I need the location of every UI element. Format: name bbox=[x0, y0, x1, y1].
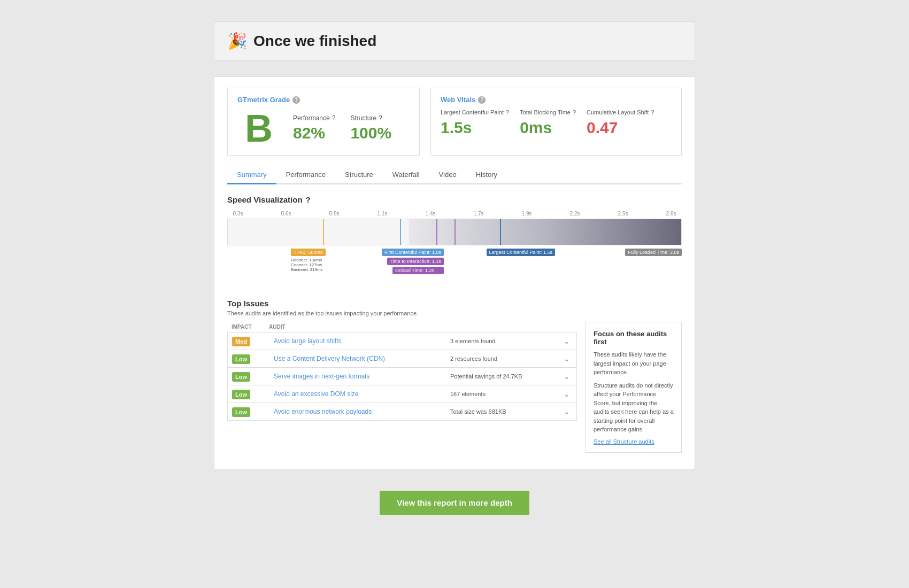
ruler-2.8: 2.8s bbox=[660, 211, 682, 216]
tab-performance[interactable]: Performance bbox=[276, 166, 335, 184]
focus-box-title: Focus on these audits first bbox=[594, 330, 674, 346]
issue-row-1[interactable]: Med Avoid large layout shifts 3 elements… bbox=[227, 332, 577, 350]
ruler-1.4: 1.4s bbox=[420, 211, 441, 216]
ruler-1.1: 1.1s bbox=[372, 211, 393, 216]
tbt-label: Total Blocking Time ? bbox=[520, 109, 576, 115]
lcp-info-icon[interactable]: ? bbox=[506, 109, 509, 115]
tti-line bbox=[436, 219, 437, 245]
celebration-icon: 🎉 bbox=[227, 32, 247, 50]
audit-name-4: Avoid an excessive DOM size bbox=[274, 390, 446, 398]
performance-label: Performance ? bbox=[293, 114, 335, 122]
arrow-1: ⌄ bbox=[561, 337, 572, 345]
ruler-2.2: 2.2s bbox=[564, 211, 586, 216]
structure-value: 100% bbox=[350, 124, 391, 142]
impact-badge-2: Low bbox=[232, 354, 250, 364]
fully-loaded-label: Fully Loaded Time: 2.8s bbox=[625, 249, 682, 256]
cls-vital: Cumulative Layout Shift ? 0.47 bbox=[587, 109, 654, 137]
tbt-value: 0ms bbox=[520, 119, 576, 137]
web-vitals-info-icon[interactable]: ? bbox=[478, 96, 486, 104]
connect-label: Connect: 127ms bbox=[291, 262, 326, 267]
lcp-value: 1.5s bbox=[441, 119, 509, 137]
grade-letter: B bbox=[237, 109, 280, 148]
fcp-label: First Contentful Paint: 1.0s bbox=[382, 249, 444, 256]
performance-value: 82% bbox=[293, 124, 325, 142]
impact-col-2: Low bbox=[232, 355, 269, 363]
see-all-structure-link[interactable]: See all Structure audits bbox=[594, 438, 674, 445]
top-issues-title: Top Issues bbox=[227, 299, 682, 308]
tab-summary[interactable]: Summary bbox=[227, 166, 276, 184]
backend-label: Backend: 319ms bbox=[291, 267, 326, 272]
structure-info-icon[interactable]: ? bbox=[379, 114, 382, 122]
structure-metric: Structure ? 100% bbox=[350, 114, 391, 142]
cls-value: 0.47 bbox=[587, 119, 654, 137]
gtmetrix-grade-box: GTmetrix Grade ? B Performance ? 82% bbox=[227, 88, 420, 156]
gtmetrix-info-icon[interactable]: ? bbox=[292, 96, 300, 104]
gtmetrix-inner: B Performance ? 82% Structure bbox=[237, 109, 410, 148]
issue-row-2[interactable]: Low Use a Content Delivery Network (CDN)… bbox=[227, 350, 577, 367]
tab-history[interactable]: History bbox=[466, 166, 507, 184]
gtmetrix-section-label: GTmetrix Grade ? bbox=[237, 96, 410, 104]
header-banner: 🎉 Once we finished bbox=[214, 21, 695, 60]
col-header-impact: IMPACT bbox=[232, 324, 269, 330]
audit-name-3: Serve images in next-gen formats bbox=[274, 373, 446, 380]
issue-row-5[interactable]: Low Avoid enormous network payloads Tota… bbox=[227, 403, 577, 421]
focus-box-text1: These audits likely have the largest imp… bbox=[594, 350, 674, 377]
lcp-timeline-label-group: Largest Contentful Paint: 1.5s bbox=[487, 249, 556, 256]
tbt-info-icon[interactable]: ? bbox=[573, 109, 576, 115]
impact-col-1: Med bbox=[232, 337, 269, 345]
ruler-1.9: 1.9s bbox=[516, 211, 537, 216]
result-3: Potential savings of 24.7KB bbox=[450, 373, 557, 380]
col-header-audit: AUDIT bbox=[269, 324, 573, 330]
arrow-4: ⌄ bbox=[561, 390, 572, 398]
impact-col-4: Low bbox=[232, 390, 269, 398]
cls-info-icon[interactable]: ? bbox=[651, 109, 654, 115]
performance-info-icon[interactable]: ? bbox=[332, 114, 336, 122]
tbt-vital: Total Blocking Time ? 0ms bbox=[520, 109, 576, 137]
top-issues-section: Top Issues These audits are identified a… bbox=[227, 299, 682, 453]
arrow-3: ⌄ bbox=[561, 372, 572, 381]
fcp-line bbox=[400, 219, 401, 245]
issues-table: IMPACT AUDIT Med Avoid large layout shif… bbox=[227, 322, 577, 453]
main-card: GTmetrix Grade ? B Performance ? 82% bbox=[214, 76, 695, 469]
speed-viz-info-icon[interactable]: ? bbox=[306, 195, 311, 204]
ruler-0.8: 0.8s bbox=[323, 211, 345, 216]
timeline-bar-area bbox=[227, 219, 682, 245]
speed-viz-section: Speed Visualization ? 0.3s 0.6s 0.8s 1.1… bbox=[227, 195, 682, 286]
result-4: 167 elements bbox=[450, 391, 557, 397]
redirect-label: Redirect: 138ms bbox=[291, 258, 326, 262]
tabs-row: Summary Performance Structure Waterfall … bbox=[227, 166, 682, 184]
issue-row-4[interactable]: Low Avoid an excessive DOM size 167 elem… bbox=[227, 385, 577, 403]
impact-badge-1: Med bbox=[232, 337, 250, 346]
timeline-labels: TTFB: 584ms Redirect: 138ms Connect: 127… bbox=[227, 249, 682, 286]
arrow-2: ⌄ bbox=[561, 354, 572, 363]
issues-layout: IMPACT AUDIT Med Avoid large layout shif… bbox=[227, 322, 682, 453]
fully-loaded-label-group: Fully Loaded Time: 2.8s bbox=[625, 249, 682, 256]
cta-section: View this report in more depth bbox=[380, 491, 529, 515]
tab-waterfall[interactable]: Waterfall bbox=[383, 166, 429, 184]
lcp-vital: Largest Contentful Paint ? 1.5s bbox=[441, 109, 509, 137]
arrow-5: ⌄ bbox=[561, 407, 572, 416]
performance-metric: Performance ? 82% bbox=[293, 114, 335, 142]
result-2: 2 resources found bbox=[450, 355, 557, 362]
ruler-0.6: 0.6s bbox=[275, 211, 297, 216]
ttfb-line bbox=[323, 219, 324, 245]
audit-name-1: Avoid large layout shifts bbox=[274, 337, 446, 345]
web-vitals-section-label: Web Vitals ? bbox=[441, 96, 672, 104]
page-title: Once we finished bbox=[253, 33, 376, 50]
focus-box-text2: Structure audits do not directly affect … bbox=[594, 381, 674, 434]
speed-viz-title: Speed Visualization ? bbox=[227, 195, 682, 204]
audit-name-5: Avoid enormous network payloads bbox=[274, 408, 446, 415]
grades-row: GTmetrix Grade ? B Performance ? 82% bbox=[227, 88, 682, 156]
result-5: Total size was 681KB bbox=[450, 408, 557, 415]
web-vitals-inner: Largest Contentful Paint ? 1.5s Total Bl… bbox=[441, 109, 672, 137]
ttfb-label-group: TTFB: 584ms Redirect: 138ms Connect: 127… bbox=[291, 249, 326, 272]
impact-badge-4: Low bbox=[232, 390, 250, 399]
impact-col-5: Low bbox=[232, 408, 269, 416]
tab-video[interactable]: Video bbox=[429, 166, 466, 184]
ttfb-label: TTFB: 584ms bbox=[291, 249, 326, 256]
view-report-button[interactable]: View this report in more depth bbox=[380, 491, 529, 515]
grade-metrics: Performance ? 82% Structure ? 100% bbox=[293, 114, 391, 142]
tab-structure[interactable]: Structure bbox=[335, 166, 383, 184]
issue-row-3[interactable]: Low Serve images in next-gen formats Pot… bbox=[227, 367, 577, 385]
ruler-1.7: 1.7s bbox=[468, 211, 489, 216]
